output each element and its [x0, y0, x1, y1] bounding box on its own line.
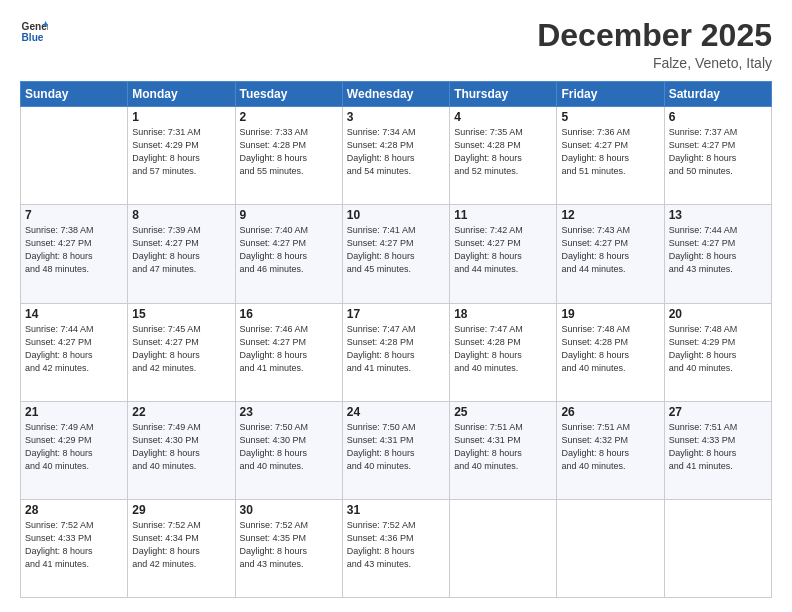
day-number: 16: [240, 307, 338, 321]
calendar-cell: 19Sunrise: 7:48 AM Sunset: 4:28 PM Dayli…: [557, 303, 664, 401]
day-info: Sunrise: 7:46 AM Sunset: 4:27 PM Dayligh…: [240, 323, 338, 375]
logo: General Blue: [20, 18, 48, 46]
day-info: Sunrise: 7:34 AM Sunset: 4:28 PM Dayligh…: [347, 126, 445, 178]
day-number: 5: [561, 110, 659, 124]
day-info: Sunrise: 7:41 AM Sunset: 4:27 PM Dayligh…: [347, 224, 445, 276]
day-info: Sunrise: 7:36 AM Sunset: 4:27 PM Dayligh…: [561, 126, 659, 178]
calendar-cell: 9Sunrise: 7:40 AM Sunset: 4:27 PM Daylig…: [235, 205, 342, 303]
day-number: 13: [669, 208, 767, 222]
day-number: 26: [561, 405, 659, 419]
day-info: Sunrise: 7:33 AM Sunset: 4:28 PM Dayligh…: [240, 126, 338, 178]
calendar-cell: [450, 499, 557, 597]
calendar-cell: 11Sunrise: 7:42 AM Sunset: 4:27 PM Dayli…: [450, 205, 557, 303]
day-number: 10: [347, 208, 445, 222]
day-info: Sunrise: 7:48 AM Sunset: 4:29 PM Dayligh…: [669, 323, 767, 375]
day-number: 21: [25, 405, 123, 419]
calendar-cell: 4Sunrise: 7:35 AM Sunset: 4:28 PM Daylig…: [450, 107, 557, 205]
week-row-1: 1Sunrise: 7:31 AM Sunset: 4:29 PM Daylig…: [21, 107, 772, 205]
calendar-cell: 25Sunrise: 7:51 AM Sunset: 4:31 PM Dayli…: [450, 401, 557, 499]
day-number: 17: [347, 307, 445, 321]
calendar-cell: 6Sunrise: 7:37 AM Sunset: 4:27 PM Daylig…: [664, 107, 771, 205]
week-row-4: 21Sunrise: 7:49 AM Sunset: 4:29 PM Dayli…: [21, 401, 772, 499]
logo-icon: General Blue: [20, 18, 48, 46]
day-number: 4: [454, 110, 552, 124]
calendar-cell: 13Sunrise: 7:44 AM Sunset: 4:27 PM Dayli…: [664, 205, 771, 303]
calendar-cell: 1Sunrise: 7:31 AM Sunset: 4:29 PM Daylig…: [128, 107, 235, 205]
day-info: Sunrise: 7:47 AM Sunset: 4:28 PM Dayligh…: [454, 323, 552, 375]
calendar-cell: 29Sunrise: 7:52 AM Sunset: 4:34 PM Dayli…: [128, 499, 235, 597]
calendar-cell: 2Sunrise: 7:33 AM Sunset: 4:28 PM Daylig…: [235, 107, 342, 205]
day-number: 3: [347, 110, 445, 124]
day-info: Sunrise: 7:31 AM Sunset: 4:29 PM Dayligh…: [132, 126, 230, 178]
day-number: 11: [454, 208, 552, 222]
calendar-cell: 17Sunrise: 7:47 AM Sunset: 4:28 PM Dayli…: [342, 303, 449, 401]
subtitle: Falze, Veneto, Italy: [537, 55, 772, 71]
day-info: Sunrise: 7:43 AM Sunset: 4:27 PM Dayligh…: [561, 224, 659, 276]
calendar-cell: 7Sunrise: 7:38 AM Sunset: 4:27 PM Daylig…: [21, 205, 128, 303]
calendar-cell: 16Sunrise: 7:46 AM Sunset: 4:27 PM Dayli…: [235, 303, 342, 401]
day-info: Sunrise: 7:52 AM Sunset: 4:36 PM Dayligh…: [347, 519, 445, 571]
day-number: 19: [561, 307, 659, 321]
week-row-5: 28Sunrise: 7:52 AM Sunset: 4:33 PM Dayli…: [21, 499, 772, 597]
day-number: 1: [132, 110, 230, 124]
week-row-2: 7Sunrise: 7:38 AM Sunset: 4:27 PM Daylig…: [21, 205, 772, 303]
day-info: Sunrise: 7:40 AM Sunset: 4:27 PM Dayligh…: [240, 224, 338, 276]
calendar-cell: 18Sunrise: 7:47 AM Sunset: 4:28 PM Dayli…: [450, 303, 557, 401]
day-info: Sunrise: 7:52 AM Sunset: 4:34 PM Dayligh…: [132, 519, 230, 571]
day-number: 27: [669, 405, 767, 419]
day-info: Sunrise: 7:52 AM Sunset: 4:35 PM Dayligh…: [240, 519, 338, 571]
calendar-cell: 14Sunrise: 7:44 AM Sunset: 4:27 PM Dayli…: [21, 303, 128, 401]
day-number: 30: [240, 503, 338, 517]
col-header-saturday: Saturday: [664, 82, 771, 107]
day-info: Sunrise: 7:44 AM Sunset: 4:27 PM Dayligh…: [25, 323, 123, 375]
day-info: Sunrise: 7:50 AM Sunset: 4:31 PM Dayligh…: [347, 421, 445, 473]
calendar-cell: 26Sunrise: 7:51 AM Sunset: 4:32 PM Dayli…: [557, 401, 664, 499]
calendar-cell: 31Sunrise: 7:52 AM Sunset: 4:36 PM Dayli…: [342, 499, 449, 597]
day-number: 24: [347, 405, 445, 419]
day-number: 18: [454, 307, 552, 321]
calendar-cell: 23Sunrise: 7:50 AM Sunset: 4:30 PM Dayli…: [235, 401, 342, 499]
calendar-cell: 10Sunrise: 7:41 AM Sunset: 4:27 PM Dayli…: [342, 205, 449, 303]
day-info: Sunrise: 7:39 AM Sunset: 4:27 PM Dayligh…: [132, 224, 230, 276]
day-info: Sunrise: 7:37 AM Sunset: 4:27 PM Dayligh…: [669, 126, 767, 178]
day-info: Sunrise: 7:35 AM Sunset: 4:28 PM Dayligh…: [454, 126, 552, 178]
svg-text:Blue: Blue: [22, 32, 44, 43]
day-number: 31: [347, 503, 445, 517]
calendar-cell: 20Sunrise: 7:48 AM Sunset: 4:29 PM Dayli…: [664, 303, 771, 401]
day-info: Sunrise: 7:51 AM Sunset: 4:32 PM Dayligh…: [561, 421, 659, 473]
day-number: 2: [240, 110, 338, 124]
day-number: 20: [669, 307, 767, 321]
day-number: 9: [240, 208, 338, 222]
day-info: Sunrise: 7:49 AM Sunset: 4:30 PM Dayligh…: [132, 421, 230, 473]
day-number: 22: [132, 405, 230, 419]
day-number: 6: [669, 110, 767, 124]
header: General Blue December 2025 Falze, Veneto…: [20, 18, 772, 71]
day-info: Sunrise: 7:38 AM Sunset: 4:27 PM Dayligh…: [25, 224, 123, 276]
day-number: 25: [454, 405, 552, 419]
week-row-3: 14Sunrise: 7:44 AM Sunset: 4:27 PM Dayli…: [21, 303, 772, 401]
calendar-cell: 21Sunrise: 7:49 AM Sunset: 4:29 PM Dayli…: [21, 401, 128, 499]
calendar-table: SundayMondayTuesdayWednesdayThursdayFrid…: [20, 81, 772, 598]
calendar-cell: 30Sunrise: 7:52 AM Sunset: 4:35 PM Dayli…: [235, 499, 342, 597]
calendar-cell: [557, 499, 664, 597]
day-info: Sunrise: 7:51 AM Sunset: 4:33 PM Dayligh…: [669, 421, 767, 473]
day-number: 15: [132, 307, 230, 321]
day-number: 8: [132, 208, 230, 222]
day-number: 14: [25, 307, 123, 321]
calendar-cell: 22Sunrise: 7:49 AM Sunset: 4:30 PM Dayli…: [128, 401, 235, 499]
day-number: 12: [561, 208, 659, 222]
col-header-thursday: Thursday: [450, 82, 557, 107]
calendar-cell: 12Sunrise: 7:43 AM Sunset: 4:27 PM Dayli…: [557, 205, 664, 303]
calendar-cell: 5Sunrise: 7:36 AM Sunset: 4:27 PM Daylig…: [557, 107, 664, 205]
calendar-cell: 15Sunrise: 7:45 AM Sunset: 4:27 PM Dayli…: [128, 303, 235, 401]
day-info: Sunrise: 7:52 AM Sunset: 4:33 PM Dayligh…: [25, 519, 123, 571]
header-row: SundayMondayTuesdayWednesdayThursdayFrid…: [21, 82, 772, 107]
col-header-sunday: Sunday: [21, 82, 128, 107]
day-info: Sunrise: 7:49 AM Sunset: 4:29 PM Dayligh…: [25, 421, 123, 473]
day-info: Sunrise: 7:51 AM Sunset: 4:31 PM Dayligh…: [454, 421, 552, 473]
calendar-cell: 28Sunrise: 7:52 AM Sunset: 4:33 PM Dayli…: [21, 499, 128, 597]
day-info: Sunrise: 7:45 AM Sunset: 4:27 PM Dayligh…: [132, 323, 230, 375]
calendar-cell: [21, 107, 128, 205]
day-info: Sunrise: 7:48 AM Sunset: 4:28 PM Dayligh…: [561, 323, 659, 375]
calendar-cell: 24Sunrise: 7:50 AM Sunset: 4:31 PM Dayli…: [342, 401, 449, 499]
